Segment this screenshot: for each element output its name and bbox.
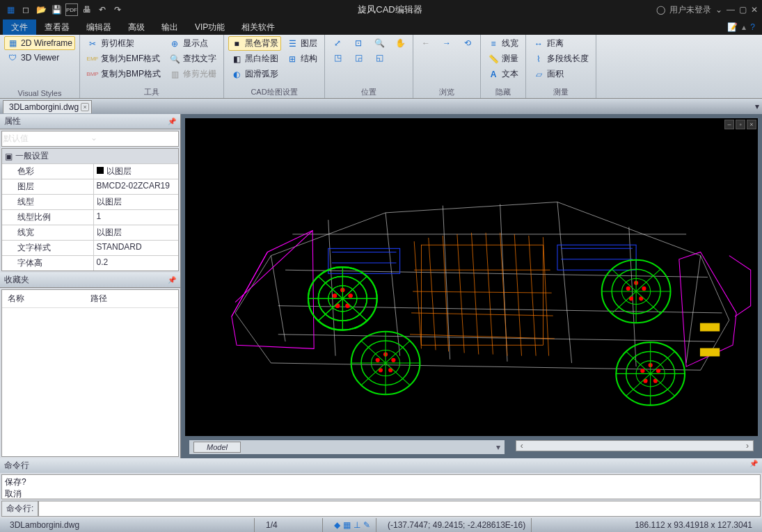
status-icon-a[interactable]: ◆ <box>334 520 340 530</box>
btn-text[interactable]: A文本 <box>485 67 521 81</box>
group-label-position: 位置 <box>329 86 408 98</box>
btn-pos-b[interactable]: ⊡ <box>350 36 367 50</box>
fav-col-path: 路径 <box>90 293 173 305</box>
scroll-left-icon[interactable]: ‹ <box>516 441 527 451</box>
vp-max-icon[interactable]: ▫ <box>736 120 745 129</box>
btn-linewidth[interactable]: ≡线宽 <box>485 36 521 51</box>
feedback-icon[interactable]: 📝 <box>727 22 738 32</box>
scroll-right-icon[interactable]: › <box>742 441 753 451</box>
btn-bw-draw[interactable]: ◧黑白绘图 <box>228 51 281 66</box>
model-tab[interactable]: Model <box>193 442 241 453</box>
btn-find-text[interactable]: 🔍查找文字 <box>166 51 219 66</box>
btn-pos-g[interactable]: ◱ <box>371 51 388 65</box>
save-icon[interactable]: 💾 <box>50 3 63 16</box>
ribbon-group-position: ⤢ ⊡ 🔍 ✋ ◳ ◲ ◱ 位置 <box>325 35 413 98</box>
user-status[interactable]: 用户未登录 <box>669 4 711 16</box>
collapse-icon[interactable]: ▣ <box>5 152 13 161</box>
status-icon-d[interactable]: ✎ <box>363 520 370 530</box>
prop-row[interactable]: 色彩以图层 <box>2 163 178 179</box>
chevron-down-icon[interactable]: ⌄ <box>90 133 177 145</box>
btn-show-point[interactable]: ⊕显示点 <box>166 36 219 51</box>
btn-prev[interactable]: ← <box>418 36 434 50</box>
prop-row[interactable]: 文字样式STANDARD <box>2 240 178 255</box>
help-icon[interactable]: ? <box>750 22 755 32</box>
btn-copy-emf[interactable]: EMF复制为EMF格式 <box>84 51 164 66</box>
command-header: 命令行📌 <box>0 458 762 473</box>
prop-section-general[interactable]: ▣一般设置 <box>2 149 178 163</box>
model-tabs-menu-icon[interactable]: ▾ <box>496 442 500 452</box>
command-input[interactable] <box>38 501 761 517</box>
menu-viewer[interactable]: 查看器 <box>36 19 78 35</box>
arrow-right-icon: → <box>441 38 452 49</box>
status-icon-c[interactable]: ⊥ <box>354 520 360 530</box>
properties-default[interactable]: 默认值⌄ <box>1 131 179 147</box>
btn-next[interactable]: → <box>438 36 455 50</box>
prop-row[interactable]: 线型以图层 <box>2 194 178 209</box>
prop-row[interactable]: 线宽以图层 <box>2 225 178 240</box>
undo-icon[interactable]: ↶ <box>96 3 109 16</box>
btn-area[interactable]: ▱面积 <box>530 67 592 81</box>
prop-row[interactable]: 字体高0.2 <box>2 255 178 271</box>
svg-point-45 <box>656 369 660 373</box>
emf-icon: EMF <box>87 54 98 65</box>
btn-copy-bmp[interactable]: BMP复制为BMP格式 <box>84 67 164 81</box>
btn-layers[interactable]: ☰图层 <box>284 36 320 51</box>
vp-min-icon[interactable]: – <box>724 120 734 129</box>
print-icon[interactable]: 🖶 <box>81 3 93 16</box>
maximize-icon[interactable]: ▢ <box>739 5 747 15</box>
minimize-icon[interactable]: — <box>727 5 735 15</box>
open-icon[interactable]: 📂 <box>35 3 47 16</box>
btn-pos-a[interactable]: ⤢ <box>329 36 346 50</box>
pin-icon[interactable]: 📌 <box>168 118 176 125</box>
menu-related[interactable]: 相关软件 <box>233 19 283 35</box>
document-tab[interactable]: 3DLamborgini.dwg × <box>3 100 92 113</box>
tabbar-menu-icon[interactable]: ▾ <box>755 102 759 111</box>
viewer-icon: 🛡 <box>7 52 18 63</box>
main-area: 属性📌 默认值⌄ ▣一般设置 色彩以图层 图层BMCD2-02ZCAR19 线型… <box>0 114 762 458</box>
info-icon[interactable]: ▴ <box>742 22 746 32</box>
btn-pos-d[interactable]: ✋ <box>392 36 408 50</box>
nav-c-icon: ◱ <box>374 52 385 63</box>
pin-icon[interactable]: 📌 <box>168 276 176 284</box>
close-icon[interactable]: ✕ <box>751 5 758 15</box>
menu-editor[interactable]: 编辑器 <box>78 19 120 35</box>
viewport[interactable]: – ▫ × <box>185 118 758 436</box>
menu-file[interactable]: 文件 <box>3 19 36 35</box>
btn-2d-wireframe[interactable]: ▦2D Wireframe <box>4 36 75 50</box>
user-dropdown-icon[interactable]: ⌄ <box>715 5 722 15</box>
menu-advanced[interactable]: 高级 <box>120 19 153 35</box>
btn-polyline-len[interactable]: ⌇多段线长度 <box>530 51 592 66</box>
btn-3d-viewer[interactable]: 🛡3D Viewer <box>4 51 75 65</box>
btn-structure[interactable]: ⊞结构 <box>284 51 320 66</box>
prop-row[interactable]: 图层BMCD2-02ZCAR19 <box>2 179 178 194</box>
status-coords: (-137.7447; 49.2415; -2.428613E-16) <box>382 518 532 532</box>
horizontal-scrollbar[interactable]: ‹ › <box>516 440 754 451</box>
new-icon[interactable]: ◻ <box>19 3 32 16</box>
ribbon-group-measure: ↔距离 ⌇多段线长度 ▱面积 测量 <box>526 35 596 98</box>
btn-measure-h[interactable]: 📏测量 <box>485 51 521 66</box>
btn-clip-frame[interactable]: ✂剪切框架 <box>84 36 164 51</box>
command-log[interactable]: 保存? 取消 <box>1 474 761 499</box>
raster-icon: ▥ <box>169 69 180 80</box>
btn-pos-f[interactable]: ◲ <box>350 51 367 65</box>
pdf-icon[interactable]: PDF <box>65 3 78 16</box>
pin-icon[interactable]: 📌 <box>749 460 758 471</box>
document-tabbar: 3DLamborgini.dwg × ▾ <box>0 99 762 114</box>
redo-icon[interactable]: ↷ <box>111 3 124 16</box>
menu-vip[interactable]: VIP功能 <box>186 19 233 35</box>
btn-refresh[interactable]: ⟲ <box>459 36 476 50</box>
btn-black-bg[interactable]: ■黑色背景 <box>228 36 281 51</box>
btn-distance[interactable]: ↔距离 <box>530 36 592 51</box>
btn-pos-e[interactable]: ◳ <box>329 51 346 65</box>
prop-row[interactable]: 线型比例1 <box>2 209 178 225</box>
vp-close-icon[interactable]: × <box>747 120 756 129</box>
status-icon-b[interactable]: ▦ <box>343 520 351 530</box>
btn-smooth-arc[interactable]: ◐圆滑弧形 <box>228 67 281 81</box>
btn-trim-raster[interactable]: ▥修剪光栅 <box>166 67 219 81</box>
menu-output[interactable]: 输出 <box>153 19 186 35</box>
app-title: 旋风CAD编辑器 <box>124 3 656 16</box>
tab-close-icon[interactable]: × <box>81 103 89 111</box>
menubar: 文件 查看器 编辑器 高级 输出 VIP功能 相关软件 📝 ▴ ? <box>0 19 762 35</box>
btn-pos-c[interactable]: 🔍 <box>371 36 388 50</box>
model-tabs: Model ▾ <box>189 440 505 454</box>
